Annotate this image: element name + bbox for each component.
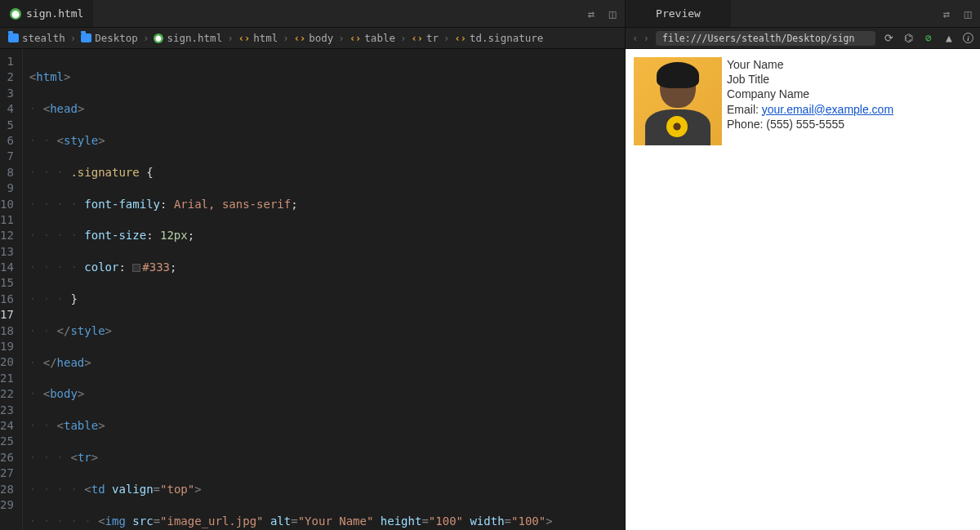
url-text: file:///Users/stealth/Desktop/sign <box>662 33 854 44</box>
chevron-right-icon: › <box>141 32 151 44</box>
chevron-right-icon: › <box>399 32 408 44</box>
tab-preview[interactable]: Preview <box>626 0 732 27</box>
line-numbers: 1234567891011121314151617181920212223242… <box>0 49 23 530</box>
preview-toolbar: ‹ › file:///Users/stealth/Desktop/sign ⟳… <box>626 28 980 49</box>
breadcrumb: stealth › Desktop › ⬤sign.html › ‹›html … <box>0 28 625 49</box>
preview-tab-actions: ⇄ ◫ <box>939 0 975 27</box>
split-editor-icon[interactable]: ◫ <box>605 7 620 21</box>
preview-tabs: Preview ⇄ ◫ <box>625 0 980 27</box>
preview-pane: ‹ › file:///Users/stealth/Desktop/sign ⟳… <box>625 28 980 530</box>
folder-icon <box>81 33 91 42</box>
breadcrumb-item[interactable]: ‹›body <box>294 32 334 44</box>
signature-table: Your Name Job Title Company Name Email: … <box>634 57 972 145</box>
signature-title: Job Title <box>727 72 893 87</box>
split-editor-icon[interactable]: ◫ <box>960 7 975 21</box>
code-element-icon: ‹› <box>294 33 305 44</box>
editor-tabs: ⬤ sign.html ⇄ ◫ <box>0 0 625 27</box>
signature-email-link[interactable]: your.email@example.com <box>762 103 893 116</box>
tab-sign-html[interactable]: ⬤ sign.html <box>0 0 94 27</box>
breadcrumb-item[interactable]: ‹›table <box>350 32 395 44</box>
preview-document: Your Name Job Title Company Name Email: … <box>626 49 980 530</box>
compare-icon[interactable]: ⇄ <box>584 7 599 21</box>
signature-photo <box>634 57 722 145</box>
code-content[interactable]: <html> · <head> · · <style> · · · .signa… <box>23 49 625 530</box>
code-editor[interactable]: 1234567891011121314151617181920212223242… <box>0 49 625 530</box>
breadcrumb-item[interactable]: ‹›td.signature <box>455 32 544 44</box>
chevron-right-icon: › <box>281 32 291 44</box>
compare-icon[interactable]: ⇄ <box>939 7 954 21</box>
tab-label: sign.html <box>26 7 83 20</box>
signature-text: Your Name Job Title Company Name Email: … <box>727 57 893 131</box>
chevron-right-icon: › <box>69 32 78 44</box>
breadcrumb-item[interactable]: ‹›html <box>238 32 278 44</box>
url-bar[interactable]: file:///Users/stealth/Desktop/sign <box>656 31 875 46</box>
info-icon[interactable]: i <box>963 33 973 43</box>
code-element-icon: ‹› <box>238 33 250 44</box>
back-icon[interactable]: ‹ <box>632 32 639 44</box>
editor-pane: stealth › Desktop › ⬤sign.html › ‹›html … <box>0 28 625 530</box>
html-file-icon: ⬤ <box>154 33 163 43</box>
html-file-icon: ⬤ <box>10 8 21 20</box>
preview-actions: ⌬ ⊘ ▲ i <box>902 32 973 44</box>
signature-phone-line: Phone: (555) 555-5555 <box>727 117 893 131</box>
chevron-right-icon: › <box>225 32 235 44</box>
reload-icon[interactable]: ⟳ <box>882 32 895 44</box>
breadcrumb-item[interactable]: ⬤sign.html <box>154 32 222 44</box>
tab-bar: ⬤ sign.html ⇄ ◫ Preview ⇄ ◫ <box>0 0 980 28</box>
editor-tab-actions: ⇄ ◫ <box>584 0 620 27</box>
forward-icon[interactable]: › <box>644 32 650 44</box>
warning-icon[interactable]: ▲ <box>942 32 956 44</box>
signature-email-line: Email: your.email@example.com <box>727 102 893 117</box>
link-icon[interactable]: ⊘ <box>922 32 935 44</box>
signature-name: Your Name <box>727 57 893 72</box>
code-element-icon: ‹› <box>455 33 466 44</box>
main-area: stealth › Desktop › ⬤sign.html › ‹›html … <box>0 28 980 530</box>
devtools-icon[interactable]: ⌬ <box>902 32 915 44</box>
folder-icon <box>8 33 19 42</box>
code-element-icon: ‹› <box>412 33 423 44</box>
color-swatch <box>132 264 140 272</box>
breadcrumb-item[interactable]: Desktop <box>81 32 138 44</box>
nav-arrows: ‹ › <box>632 32 649 44</box>
chevron-right-icon: › <box>336 32 346 44</box>
code-element-icon: ‹› <box>350 33 361 44</box>
chevron-right-icon: › <box>442 32 452 44</box>
signature-company: Company Name <box>727 87 893 101</box>
tab-label: Preview <box>656 7 701 20</box>
breadcrumb-item[interactable]: stealth <box>8 32 65 44</box>
breadcrumb-item[interactable]: ‹›tr <box>412 32 439 44</box>
